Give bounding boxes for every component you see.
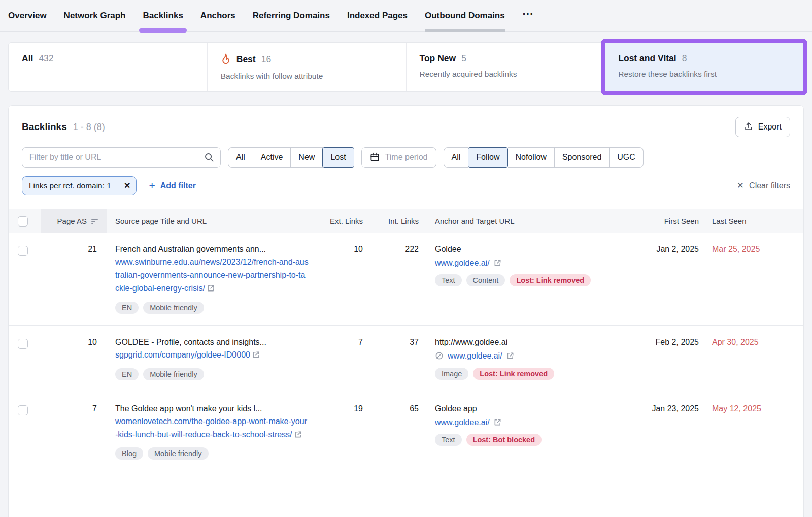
time-period-button[interactable]: Time period <box>361 147 436 168</box>
top-navigation: Overview Network Graph Backlinks Anchors… <box>0 0 812 32</box>
lost-status-badge: Lost: Link removed <box>510 274 591 286</box>
search-icon[interactable] <box>204 152 214 164</box>
target-url-link[interactable]: www.goldee.ai/ <box>448 351 502 361</box>
status-active-button[interactable]: Active <box>253 147 291 168</box>
column-header-int-links[interactable]: Int. Links <box>371 217 427 225</box>
table-row: 10 GOLDEE - Profile, contacts and insigh… <box>9 325 803 392</box>
external-link-icon[interactable] <box>294 430 302 439</box>
result-range: 1 - 8 (8) <box>73 122 105 133</box>
export-icon <box>744 122 753 132</box>
tab-network-graph[interactable]: Network Graph <box>64 1 126 31</box>
last-seen-value: Apr 30, 2025 <box>711 338 803 380</box>
column-header-anchor[interactable]: Anchor and Target URL <box>427 217 640 225</box>
more-tabs-button[interactable]: ⋯ <box>522 7 534 24</box>
first-seen-value: Jan 23, 2025 <box>640 404 711 460</box>
summary-cards: All 432 Best 16 Backlinks with follow at… <box>8 42 804 92</box>
chip-remove-button[interactable]: ✕ <box>118 177 136 195</box>
status-all-button[interactable]: All <box>228 147 253 168</box>
row-checkbox[interactable] <box>18 339 28 349</box>
follow-filter: All Follow Nofollow Sponsored UGC <box>444 147 644 168</box>
page-as-value: 7 <box>41 404 107 460</box>
external-link-icon[interactable] <box>494 418 501 427</box>
source-badge: Mobile friendly <box>143 302 204 314</box>
clear-filters-button[interactable]: ✕ Clear filters <box>737 180 790 191</box>
follow-follow-button[interactable]: Follow <box>468 147 507 168</box>
card-best[interactable]: Best 16 Backlinks with follow attribute <box>208 43 407 91</box>
anchor-badge: Image <box>435 368 468 380</box>
row-checkbox[interactable] <box>18 405 28 415</box>
status-filter: All Active New Lost <box>228 147 354 168</box>
flame-icon <box>221 53 231 66</box>
search-input[interactable] <box>22 147 221 168</box>
tab-outbound-domains[interactable]: Outbound Domains <box>425 1 505 31</box>
column-header-ext-links[interactable]: Ext. Links <box>324 217 371 225</box>
source-badge: EN <box>115 368 139 380</box>
lost-status-badge: Lost: Link removed <box>473 368 554 380</box>
table-body: 21 French and Australian governments ann… <box>9 233 803 471</box>
tab-overview[interactable]: Overview <box>8 1 47 31</box>
column-header-first-seen[interactable]: First Seen <box>640 217 711 225</box>
export-button[interactable]: Export <box>735 117 790 137</box>
follow-all-button[interactable]: All <box>444 147 469 168</box>
ellipsis-icon: ⋯ <box>522 7 534 20</box>
source-url-link[interactable]: womenlovetech.com/the-goldee-app-wont-ma… <box>115 417 307 439</box>
column-header-source[interactable]: Source page Title and URL <box>107 217 324 225</box>
tab-referring-domains[interactable]: Referring Domains <box>253 1 330 31</box>
image-link-icon <box>435 351 444 361</box>
anchor-text: http://www.goldee.ai <box>435 338 640 347</box>
page-as-value: 10 <box>41 338 107 380</box>
select-all-checkbox[interactable] <box>9 215 41 227</box>
close-icon: ✕ <box>124 181 130 190</box>
card-top-new[interactable]: Top New 5 Recently acquired backlinks <box>407 43 605 91</box>
source-title: The Goldee app won't make your kids l... <box>115 404 309 413</box>
column-header-last-seen[interactable]: Last Seen <box>711 217 803 225</box>
anchor-badge: Text <box>435 434 462 446</box>
source-badge: EN <box>115 302 139 314</box>
anchor-badge: Text <box>435 274 462 286</box>
add-filter-button[interactable]: + Add filter <box>149 180 195 192</box>
card-lost-and-vital[interactable]: Lost and Vital 8 Restore these backlinks… <box>605 43 803 91</box>
filter-chip-links-per-ref-domain: Links per ref. domain: 1 ✕ <box>22 176 137 195</box>
source-url-link[interactable]: sgpgrid.com/company/goldee-ID0000 <box>115 350 250 359</box>
external-link-icon[interactable] <box>252 350 260 359</box>
source-badge: Blog <box>115 447 143 460</box>
int-links-value: 37 <box>371 338 427 380</box>
ext-links-value: 19 <box>324 404 371 460</box>
follow-ugc-button[interactable]: UGC <box>610 147 644 168</box>
tab-backlinks[interactable]: Backlinks <box>143 1 183 31</box>
anchor-text: Goldee app <box>435 404 640 413</box>
lost-status-badge: Lost: Bot blocked <box>466 434 542 446</box>
external-link-icon[interactable] <box>494 258 501 268</box>
table-header: Page AS Source page Title and URL Ext. L… <box>9 209 803 233</box>
tab-anchors[interactable]: Anchors <box>200 1 235 31</box>
calendar-icon <box>370 152 380 163</box>
table-row: 21 French and Australian governments ann… <box>9 233 803 325</box>
external-link-icon[interactable] <box>207 284 215 293</box>
external-link-icon[interactable] <box>506 351 514 361</box>
card-all[interactable]: All 432 <box>9 43 208 91</box>
row-checkbox[interactable] <box>18 246 28 256</box>
follow-sponsored-button[interactable]: Sponsored <box>555 147 610 168</box>
source-badge: Mobile friendly <box>143 368 204 380</box>
status-new-button[interactable]: New <box>291 147 323 168</box>
column-header-page-as[interactable]: Page AS <box>41 209 107 233</box>
source-badge: Mobile friendly <box>148 447 209 460</box>
int-links-value: 65 <box>371 404 427 460</box>
target-url-link[interactable]: www.goldee.ai/ <box>435 258 490 268</box>
target-url-link[interactable]: www.goldee.ai/ <box>435 418 490 427</box>
follow-nofollow-button[interactable]: Nofollow <box>508 147 555 168</box>
page-title: Backlinks <box>22 121 67 133</box>
sort-icon <box>91 217 99 225</box>
anchor-badge: Content <box>466 274 505 286</box>
backlinks-panel: Backlinks 1 - 8 (8) Export All Active Ne… <box>8 105 804 517</box>
ext-links-value: 7 <box>324 338 371 380</box>
ext-links-value: 10 <box>324 245 371 314</box>
close-icon: ✕ <box>737 180 744 191</box>
last-seen-value: Mar 25, 2025 <box>711 245 803 314</box>
source-title: GOLDEE - Profile, contacts and insights.… <box>115 338 309 347</box>
int-links-value: 222 <box>371 245 427 314</box>
tab-indexed-pages[interactable]: Indexed Pages <box>347 1 408 31</box>
status-lost-button[interactable]: Lost <box>322 147 354 168</box>
plus-icon: + <box>149 180 155 192</box>
anchor-text: Goldee <box>435 245 640 254</box>
